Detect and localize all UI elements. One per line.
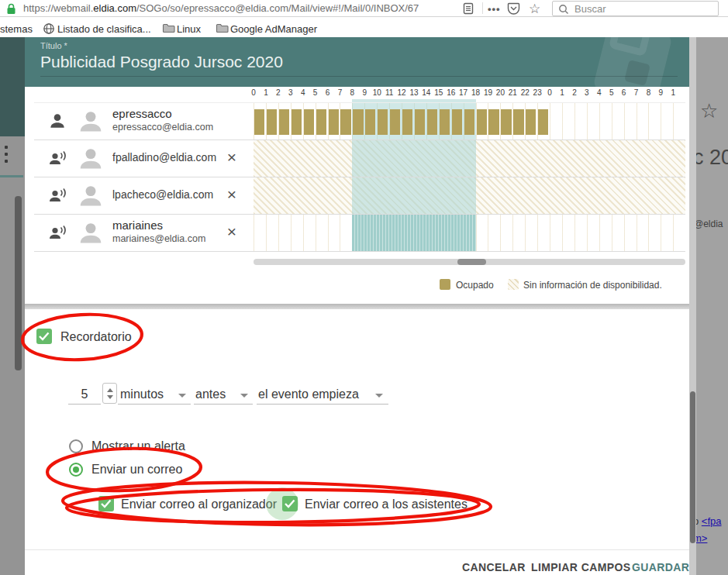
- legend-noinfo-label: Sin información de disponibilidad.: [523, 280, 662, 291]
- remove-attendee-button[interactable]: ×: [223, 221, 241, 243]
- occupied-block: [340, 109, 350, 135]
- hour-tick-label: 22: [519, 88, 531, 97]
- reader-mode-icon[interactable]: [463, 2, 474, 15]
- chevron-down-icon[interactable]: [240, 394, 248, 398]
- background-partial-email: @eldia: [696, 219, 723, 229]
- occupied-block: [316, 109, 326, 135]
- occupied-block: [488, 109, 499, 135]
- occupied-block: [427, 109, 437, 135]
- folder-icon: [216, 22, 229, 36]
- dialog-header: Título * Publicidad Posgrado Jursoc 2020: [25, 37, 689, 87]
- background-link[interactable]: <fpa: [702, 515, 722, 527]
- kebab-menu-icon[interactable]: [5, 160, 8, 163]
- freebusy-grid: 0123456789101112131415161718192021222301…: [25, 87, 689, 304]
- bookmark-item[interactable]: Listado de clasifica...: [57, 23, 151, 35]
- occupied-block: [304, 109, 314, 135]
- occupied-block: [526, 109, 536, 135]
- background-scrollbar-thumb[interactable]: [15, 196, 22, 370]
- reminder-checkbox[interactable]: [36, 329, 52, 344]
- occupied-block: [477, 109, 487, 135]
- grid-horizontal-scrollbar[interactable]: [254, 259, 685, 265]
- overflow-menu-icon[interactable]: •••: [488, 3, 501, 15]
- occupied-block: [402, 109, 412, 135]
- hour-tick-label: 7: [630, 88, 643, 97]
- hour-tick-label: 9: [358, 88, 371, 97]
- occupied-block: [365, 109, 375, 135]
- stepper-down-icon[interactable]: [107, 395, 113, 399]
- hour-tick-label: 11: [383, 88, 395, 97]
- hour-tick-label: 23: [531, 88, 543, 97]
- quantity-underline: [68, 404, 101, 405]
- show-alert-radio[interactable]: [69, 439, 83, 453]
- reminder-reference-select[interactable]: el evento empieza: [258, 387, 359, 401]
- remove-attendee-button[interactable]: ×: [223, 146, 241, 168]
- footer-divider: [25, 549, 689, 550]
- bookmark-item[interactable]: Google AdManager: [230, 23, 317, 35]
- hour-tick-label: 14: [420, 88, 433, 97]
- person-speaking-icon: [47, 185, 67, 205]
- legend-noinfo-swatch: [508, 279, 519, 290]
- hour-tick-label: 1: [667, 88, 679, 97]
- hour-tick-label: 12: [395, 88, 408, 97]
- reminder-quantity-input[interactable]: 5: [68, 387, 101, 401]
- background-star-icon: ☆: [700, 99, 718, 123]
- pocket-icon[interactable]: [507, 2, 520, 15]
- hour-tick-label: 5: [606, 88, 618, 97]
- occupied-block: [440, 109, 450, 135]
- search-placeholder: Buscar: [574, 3, 606, 15]
- save-button[interactable]: GUARDAR: [632, 561, 689, 573]
- reference-underline: [257, 404, 388, 405]
- bookmark-star-icon[interactable]: ☆: [529, 1, 540, 17]
- stepper-up-icon[interactable]: [107, 388, 113, 392]
- url-bar[interactable]: https://webmail.eldia.com/SOGo/so/epress…: [23, 2, 454, 14]
- dialog-scrollbar-thumb[interactable]: [690, 391, 695, 543]
- occupied-block: [329, 109, 339, 135]
- hour-tick-label: 3: [581, 88, 593, 97]
- event-title-input[interactable]: Publicidad Posgrado Jursoc 2020: [40, 53, 283, 71]
- reminder-relation-select[interactable]: antes: [195, 387, 226, 401]
- row-separator: [34, 251, 685, 252]
- occupied-block: [415, 109, 425, 135]
- row-separator: [34, 139, 685, 140]
- bookmark-item[interactable]: Linux: [177, 23, 201, 35]
- email-organizer-checkbox[interactable]: [98, 496, 114, 511]
- occupied-block: [452, 109, 462, 135]
- grid-scrollbar-thumb[interactable]: [457, 259, 486, 265]
- clear-fields-button[interactable]: LIMPIAR CAMPOS: [531, 561, 631, 573]
- chevron-down-icon[interactable]: [178, 394, 186, 398]
- hour-tick-label: 5: [309, 88, 322, 97]
- cancel-button[interactable]: CANCELAR: [462, 561, 526, 573]
- legend-occupied-swatch: [440, 279, 450, 290]
- bookmark-item[interactable]: stemas: [0, 23, 33, 35]
- hour-tick-label: 13: [408, 88, 420, 97]
- search-box[interactable]: Buscar: [552, 1, 719, 16]
- reminder-label: Recordatorio: [60, 330, 132, 344]
- chevron-down-icon[interactable]: [375, 394, 383, 398]
- occupied-block: [464, 109, 474, 135]
- row-separator: [34, 102, 685, 103]
- kebab-menu-icon[interactable]: [5, 153, 8, 156]
- send-email-label: Enviar un correo: [91, 463, 182, 477]
- hour-tick-label: 10: [371, 88, 383, 97]
- section-divider: [25, 304, 689, 309]
- occupied-block: [267, 109, 277, 135]
- quantity-stepper[interactable]: [102, 383, 117, 404]
- reminder-unit-select[interactable]: minutos: [120, 387, 164, 401]
- relation-underline: [194, 404, 253, 405]
- occupied-block: [254, 109, 264, 135]
- hour-tick-label: 17: [457, 88, 470, 97]
- remove-attendee-button[interactable]: ×: [223, 184, 241, 205]
- hour-tick-label: 8: [642, 88, 654, 97]
- bookmarks-bar: stemasListado de clasifica...LinuxGoogle…: [0, 18, 728, 37]
- avatar: [76, 143, 105, 173]
- hour-tick-label: 4: [593, 88, 606, 97]
- attendee-email: mariaines@eldia.com: [112, 233, 205, 244]
- attendee-name: epressacco: [112, 107, 172, 120]
- hour-tick-label: 4: [297, 88, 309, 97]
- background-link[interactable]: m>: [696, 532, 707, 544]
- kebab-menu-icon[interactable]: [5, 146, 8, 149]
- hour-tick-label: 7: [333, 88, 346, 97]
- show-alert-label: Mostrar un alerta: [91, 439, 185, 453]
- email-attendees-checkbox[interactable]: [282, 496, 298, 511]
- send-email-radio[interactable]: [69, 463, 83, 477]
